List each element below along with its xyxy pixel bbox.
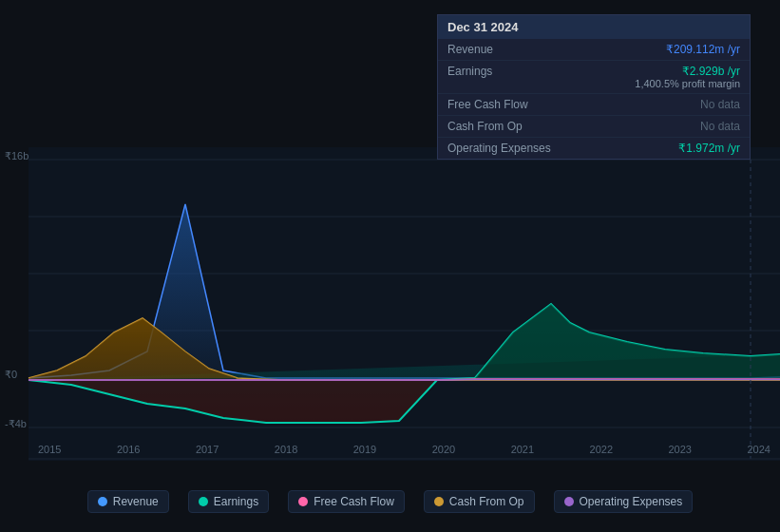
x-label-2016: 2016 [117, 444, 140, 455]
tooltip-row-opex: Operating Expenses ₹1.972m /yr [438, 138, 750, 159]
legend-dot-opex [564, 497, 574, 506]
tooltip-box: Dec 31 2024 Revenue ₹209.112m /yr Earnin… [437, 14, 751, 160]
x-label-2021: 2021 [511, 444, 534, 455]
x-label-2019: 2019 [353, 444, 376, 455]
tooltip-label-cashfromop: Cash From Op [447, 120, 561, 133]
legend-item-earnings[interactable]: Earnings [188, 490, 269, 513]
legend-dot-earnings [199, 497, 208, 506]
legend-item-cashfromop[interactable]: Cash From Op [424, 490, 535, 513]
legend-label-fcf: Free Cash Flow [314, 495, 394, 508]
x-axis-labels: 2015 2016 2017 2018 2019 2020 2021 2022 … [29, 440, 780, 459]
tooltip-value-revenue: ₹209.112m /yr [666, 43, 740, 56]
legend-item-revenue[interactable]: Revenue [87, 490, 169, 513]
tooltip-value-fcf: No data [700, 98, 740, 111]
x-label-2022: 2022 [590, 444, 613, 455]
tooltip-label-fcf: Free Cash Flow [447, 98, 561, 111]
profit-margin-text: 1,400.5% profit margin [635, 78, 740, 89]
legend-item-fcf[interactable]: Free Cash Flow [288, 490, 405, 513]
tooltip-row-earnings: Earnings ₹2.929b /yr 1,400.5% profit mar… [438, 61, 750, 94]
tooltip-row-revenue: Revenue ₹209.112m /yr [438, 39, 750, 61]
tooltip-row-fcf: Free Cash Flow No data [438, 94, 750, 116]
tooltip-value-opex: ₹1.972m /yr [678, 142, 740, 155]
legend-label-opex: Operating Expenses [580, 495, 683, 508]
tooltip-header: Dec 31 2024 [438, 15, 750, 39]
tooltip-row-cashfromop: Cash From Op No data [438, 116, 750, 138]
legend-label-earnings: Earnings [214, 495, 258, 508]
legend-dot-cashfromop [434, 497, 444, 506]
legend-item-opex[interactable]: Operating Expenses [554, 490, 694, 513]
tooltip-value-earnings: ₹2.929b /yr [635, 65, 740, 78]
chart-container: Dec 31 2024 Revenue ₹209.112m /yr Earnin… [0, 0, 780, 532]
tooltip-value-cashfromop: No data [700, 120, 740, 133]
legend-label-cashfromop: Cash From Op [449, 495, 524, 508]
legend-label-revenue: Revenue [113, 495, 159, 508]
x-label-2015: 2015 [38, 444, 61, 455]
x-label-2023: 2023 [669, 444, 692, 455]
tooltip-label-earnings: Earnings [447, 65, 561, 78]
x-label-2024: 2024 [747, 444, 770, 455]
tooltip-label-revenue: Revenue [447, 43, 561, 56]
x-label-2017: 2017 [196, 444, 219, 455]
x-label-2018: 2018 [275, 444, 297, 455]
tooltip-label-opex: Operating Expenses [447, 142, 561, 155]
legend-dot-revenue [98, 497, 107, 506]
legend-dot-fcf [298, 497, 308, 506]
x-label-2020: 2020 [432, 444, 455, 455]
chart-legend: Revenue Earnings Free Cash Flow Cash Fro… [0, 490, 780, 513]
